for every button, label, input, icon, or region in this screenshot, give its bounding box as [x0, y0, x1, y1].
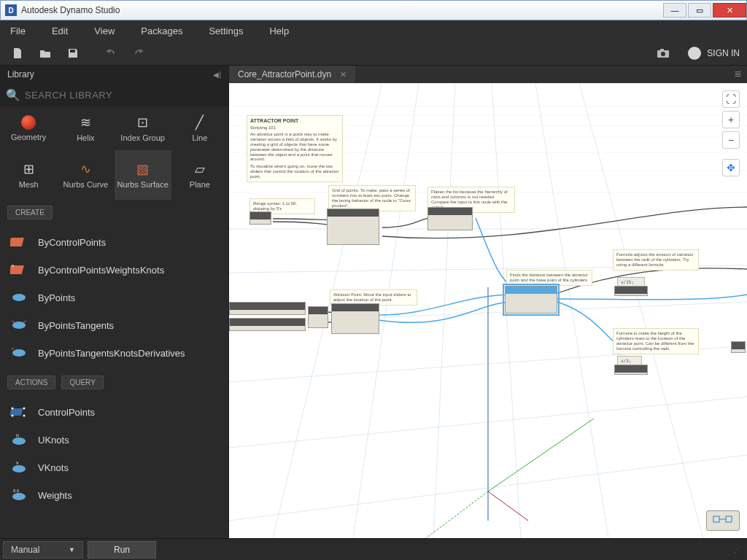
svg-rect-48	[726, 516, 732, 522]
section-create-tag[interactable]: CREATE	[7, 206, 53, 219]
category-nurbscurve[interactable]: ∿Nurbs Curve	[57, 150, 114, 200]
plane-icon: ▱	[195, 161, 205, 177]
save-file-icon[interactable]	[63, 43, 83, 63]
category-plane[interactable]: ▱Plane	[171, 150, 228, 200]
nurbscurve-icon: ∿	[80, 161, 91, 177]
create-methods: ByControlPoints nByControlPointsWeightsK…	[0, 225, 228, 370]
category-line[interactable]: ╱Line	[171, 106, 228, 150]
svg-rect-0	[70, 50, 75, 52]
open-file-icon[interactable]	[35, 43, 55, 63]
tabbar: Core_AttractorPoint.dyn ✕ ≡	[229, 66, 747, 83]
method-icon: v	[9, 459, 29, 475]
menu-file[interactable]: File	[10, 26, 26, 36]
svg-text:n: n	[12, 263, 14, 268]
signin-label: SIGN IN	[707, 48, 740, 58]
camera-icon[interactable]	[653, 43, 673, 63]
library-collapse-icon[interactable]: ◀|	[213, 71, 221, 79]
tabbar-menu-icon[interactable]: ≡	[735, 68, 741, 81]
node-view-icon[interactable]	[706, 510, 740, 531]
graph-canvas[interactable]: ATTRACTOR POINT Scripting 101 An attract…	[229, 83, 747, 538]
svg-point-9	[12, 349, 26, 357]
menu-settings[interactable]: Settings	[209, 26, 243, 36]
graph-node[interactable]	[327, 209, 379, 245]
chevron-down-icon: ▼	[69, 546, 75, 553]
section-query-tag[interactable]: QUERY	[61, 376, 103, 389]
method-bycontrolpointsweightsknots[interactable]: nByControlPointsWeightsKnots	[0, 256, 228, 284]
mesh-icon: ⊞	[23, 161, 34, 177]
menu-view[interactable]: View	[94, 26, 115, 36]
canvas-wrap: Core_AttractorPoint.dyn ✕ ≡	[229, 66, 747, 538]
graph-node[interactable]	[614, 365, 648, 375]
svg-point-12	[12, 408, 14, 410]
search-icon: 🔍	[6, 88, 20, 102]
svg-point-16	[12, 438, 26, 445]
undo-icon[interactable]	[101, 43, 121, 63]
new-file-icon[interactable]	[7, 43, 28, 63]
method-weights[interactable]: 0.6Weights	[0, 481, 228, 509]
method-bycontrolpoints[interactable]: ByControlPoints	[0, 228, 228, 256]
redo-icon[interactable]	[128, 43, 149, 63]
run-button[interactable]: Run	[88, 541, 156, 559]
graph-node[interactable]	[229, 302, 306, 315]
graph-node[interactable]	[249, 211, 271, 225]
method-icon: n	[9, 345, 29, 361]
zoom-in-icon[interactable]: +	[722, 111, 740, 128]
method-bypoints[interactable]: ByPoints	[0, 284, 228, 311]
graph-node-selected[interactable]	[505, 286, 557, 314]
method-vknots[interactable]: vVKnots	[0, 454, 228, 481]
method-icon: u	[9, 432, 29, 448]
svg-point-18	[12, 465, 26, 472]
method-bypointstangentsknotsderivatives[interactable]: nByPointsTangentsKnotsDerivatives	[0, 339, 228, 367]
menu-edit[interactable]: Edit	[52, 26, 68, 36]
svg-point-20	[12, 493, 26, 500]
method-controlpoints[interactable]: ControlPoints	[0, 398, 228, 426]
note-distance[interactable]: Finds the distance between the attractor…	[506, 270, 592, 286]
svg-text:n: n	[12, 346, 14, 351]
tab-close-icon[interactable]: ✕	[340, 70, 347, 79]
statusbar: Manual ▼ Run ⋰	[0, 538, 747, 560]
method-uknots[interactable]: uUKnots	[0, 426, 228, 454]
window-close-button[interactable]: ✕	[713, 3, 746, 18]
menu-help[interactable]: Help	[269, 26, 289, 36]
line-icon: ╱	[196, 114, 204, 131]
note-formula1[interactable]: Formula adjusts the amount of variation …	[613, 249, 699, 271]
menu-packages[interactable]: Packages	[141, 26, 182, 36]
sphere-icon	[21, 115, 36, 130]
graph-node[interactable]	[229, 318, 306, 331]
category-nurbssurface[interactable]: ▧Nurbs Surface	[115, 150, 171, 200]
section-actions-tag[interactable]: ACTIONS	[7, 376, 55, 389]
note-main[interactable]: ATTRACTOR POINT Scripting 101 An attract…	[247, 115, 343, 182]
category-geometry[interactable]: Geometry	[0, 106, 57, 150]
note-formula2[interactable]: Formula to make the height of the cylind…	[613, 328, 699, 354]
svg-point-13	[23, 408, 26, 410]
graph-node[interactable]	[614, 286, 648, 296]
svg-text:0.6: 0.6	[13, 489, 20, 493]
helix-icon: ≋	[80, 114, 91, 131]
resize-grip-icon[interactable]: ⋰	[734, 545, 741, 553]
svg-point-8	[12, 322, 26, 329]
zoom-out-icon[interactable]: −	[722, 131, 740, 149]
method-bypointstangents[interactable]: ByPointsTangents	[0, 311, 228, 339]
svg-point-14	[12, 415, 14, 417]
fullscreen-icon[interactable]: ⛶	[722, 90, 740, 108]
library-search-input[interactable]	[25, 90, 222, 101]
svg-point-2	[661, 52, 665, 56]
category-helix[interactable]: ≋Helix	[57, 106, 114, 150]
category-mesh[interactable]: ⊞Mesh	[0, 150, 57, 200]
window-minimize-button[interactable]: —	[663, 3, 686, 18]
graph-node[interactable]	[731, 341, 746, 353]
pan-icon[interactable]: ✥	[722, 159, 740, 176]
svg-text:v: v	[16, 460, 19, 465]
run-mode-dropdown[interactable]: Manual ▼	[3, 541, 83, 559]
library-search: 🔍	[0, 83, 228, 106]
graph-node[interactable]	[427, 207, 473, 230]
graph-node[interactable]	[308, 306, 328, 328]
graph-node[interactable]	[331, 303, 379, 334]
category-indexgroup[interactable]: ⊡Index Group	[115, 106, 171, 150]
svg-rect-47	[713, 516, 719, 522]
window-maximize-button[interactable]: ▭	[688, 3, 711, 18]
signin-button[interactable]: SIGN IN	[688, 47, 740, 60]
nurbssurface-icon: ▧	[136, 161, 149, 177]
note-grid[interactable]: Grid of points: To make, pass a series o…	[328, 185, 416, 211]
document-tab[interactable]: Core_AttractorPoint.dyn ✕	[229, 66, 355, 83]
